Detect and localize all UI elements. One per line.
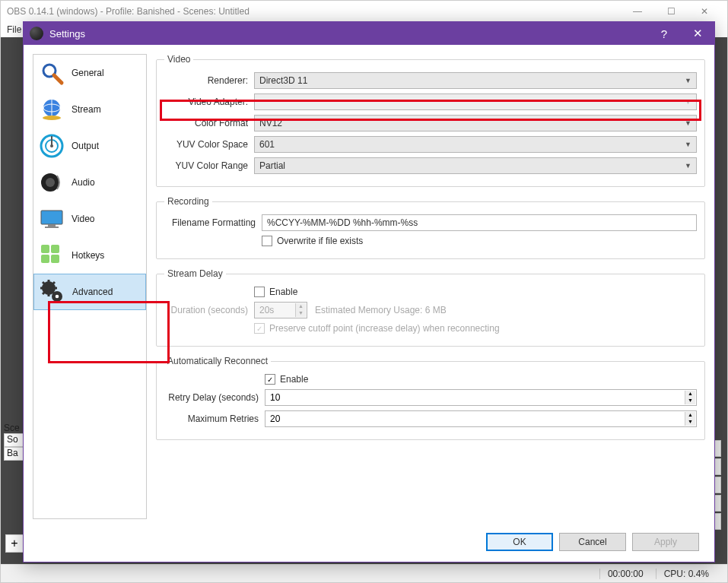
video-adapter-label: Video Adapter: [164, 97, 254, 107]
group-legend: Video [164, 54, 193, 65]
svg-point-8 [50, 144, 53, 147]
group-legend: Recording [164, 196, 212, 207]
sidebar-item-label: Advanced [72, 287, 113, 297]
output-icon [38, 132, 65, 160]
video-icon [38, 205, 65, 233]
group-legend: Automatically Reconnect [164, 356, 271, 366]
main-title: OBS 0.14.1 (windows) - Profile: Banished… [7, 6, 621, 17]
minimize-button[interactable]: — [621, 6, 654, 17]
sidebar-item-label: Output [72, 141, 99, 151]
add-button[interactable]: + [5, 534, 24, 553]
settings-dialog: Settings ? ✕ General Stream O [23, 21, 715, 562]
preserve-checkbox: ✓ [254, 323, 265, 334]
scenes-label: Sce [4, 423, 20, 433]
max-retries-spinner[interactable]: 20 ▲▼ [265, 410, 697, 427]
svg-rect-14 [41, 245, 49, 253]
reconnect-enable-label: Enable [280, 374, 308, 385]
spin-down-icon: ▼ [295, 310, 306, 317]
dialog-title: Settings [49, 28, 647, 40]
video-adapter-dropdown[interactable]: ▼ [254, 93, 697, 110]
statusbar: 00:00:00 CPU: 0.4% [1, 564, 727, 582]
duration-label: Duration (seconds) [164, 305, 254, 315]
preserve-label: Preserve cutoff point (increase delay) w… [269, 323, 500, 334]
yuv-range-label: YUV Color Range [164, 160, 254, 171]
spin-up-icon[interactable]: ▲ [685, 412, 695, 419]
spin-down-icon[interactable]: ▼ [685, 398, 695, 404]
group-legend: Stream Delay [164, 268, 226, 279]
obs-icon [30, 27, 43, 40]
settings-sidebar: General Stream Output Audio [33, 54, 147, 519]
dialog-close-button[interactable]: ✕ [681, 22, 714, 45]
color-format-label: Color Format [164, 118, 254, 128]
color-format-dropdown[interactable]: NV12▼ [254, 115, 697, 131]
svg-rect-16 [41, 255, 49, 263]
reconnect-group: Automatically Reconnect ✓ Enable Retry D… [156, 356, 705, 440]
sidebar-item-output[interactable]: Output [33, 128, 146, 164]
video-group: Video Renderer: Direct3D 11▼ Video Adapt… [156, 54, 705, 187]
chevron-down-icon: ▼ [685, 141, 691, 148]
ok-button[interactable]: OK [486, 533, 553, 551]
svg-rect-12 [48, 224, 56, 227]
svg-rect-15 [51, 245, 59, 253]
sidebar-item-hotkeys[interactable]: Hotkeys [33, 237, 146, 274]
sidebar-item-audio[interactable]: Audio [33, 164, 146, 201]
memory-label: Estimated Memory Usage: 6 MB [315, 305, 447, 315]
spin-up-icon[interactable]: ▲ [685, 391, 695, 398]
svg-rect-11 [41, 211, 62, 224]
svg-point-4 [43, 116, 61, 120]
apply-button: Apply [632, 533, 699, 551]
chevron-down-icon: ▼ [685, 162, 691, 170]
delay-enable-checkbox[interactable] [254, 287, 265, 297]
settings-content: Video Renderer: Direct3D 11▼ Video Adapt… [156, 54, 705, 519]
yuv-range-dropdown[interactable]: Partial▼ [254, 157, 697, 174]
svg-point-21 [56, 295, 59, 299]
yuv-space-dropdown[interactable]: 601▼ [254, 136, 697, 153]
main-titlebar: OBS 0.14.1 (windows) - Profile: Banished… [1, 1, 727, 22]
delay-enable-label: Enable [269, 287, 297, 297]
max-retries-label: Maximum Retries [164, 413, 265, 424]
svg-line-1 [54, 75, 62, 83]
help-button[interactable]: ? [647, 22, 681, 45]
stream-icon [38, 96, 65, 123]
general-icon [38, 59, 65, 87]
sidebar-item-label: Video [72, 214, 94, 224]
renderer-label: Renderer: [164, 75, 254, 86]
retry-delay-spinner[interactable]: 10 ▲▼ [265, 389, 697, 406]
sidebar-item-stream[interactable]: Stream [33, 91, 146, 128]
close-button[interactable]: ✕ [688, 6, 721, 17]
status-time: 00:00:00 [599, 569, 644, 579]
advanced-icon [39, 278, 66, 306]
overwrite-checkbox[interactable] [262, 236, 272, 246]
svg-rect-13 [45, 227, 59, 228]
spin-down-icon[interactable]: ▼ [685, 419, 695, 426]
renderer-dropdown[interactable]: Direct3D 11▼ [254, 72, 697, 89]
duration-spinner: 20s ▲▼ [254, 302, 307, 318]
yuv-space-label: YUV Color Space [164, 139, 254, 150]
chevron-down-icon: ▼ [685, 98, 691, 106]
chevron-down-icon: ▼ [685, 119, 691, 127]
filename-label: Filename Formatting [164, 217, 262, 228]
status-cpu: CPU: 0.4% [656, 569, 709, 579]
sidebar-item-label: Audio [72, 177, 95, 188]
sidebar-item-advanced[interactable]: Advanced [33, 274, 146, 310]
dialog-titlebar: Settings ? ✕ [24, 22, 714, 45]
cancel-button[interactable]: Cancel [559, 533, 626, 551]
svg-point-10 [46, 178, 55, 187]
dialog-buttons: OK Cancel Apply [486, 533, 699, 551]
filename-input[interactable]: %CCYY-%MM-%DD %hh-%mm-%ss [262, 214, 697, 231]
retry-delay-label: Retry Delay (seconds) [164, 392, 265, 403]
spin-up-icon: ▲ [295, 303, 306, 310]
sidebar-item-label: Hotkeys [72, 250, 104, 261]
sidebar-item-general[interactable]: General [33, 55, 146, 91]
reconnect-enable-checkbox[interactable]: ✓ [265, 374, 275, 385]
sidebar-item-label: Stream [72, 104, 101, 115]
recording-group: Recording Filename Formatting %CCYY-%MM-… [156, 196, 705, 259]
hotkeys-icon [38, 242, 65, 269]
sidebar-item-label: General [72, 68, 104, 78]
menu-file[interactable]: File [7, 24, 21, 35]
svg-rect-17 [51, 255, 59, 263]
audio-icon [38, 169, 65, 196]
sidebar-item-video[interactable]: Video [33, 201, 146, 237]
overwrite-label: Overwrite if file exists [277, 236, 363, 246]
maximize-button[interactable]: ☐ [654, 6, 688, 17]
